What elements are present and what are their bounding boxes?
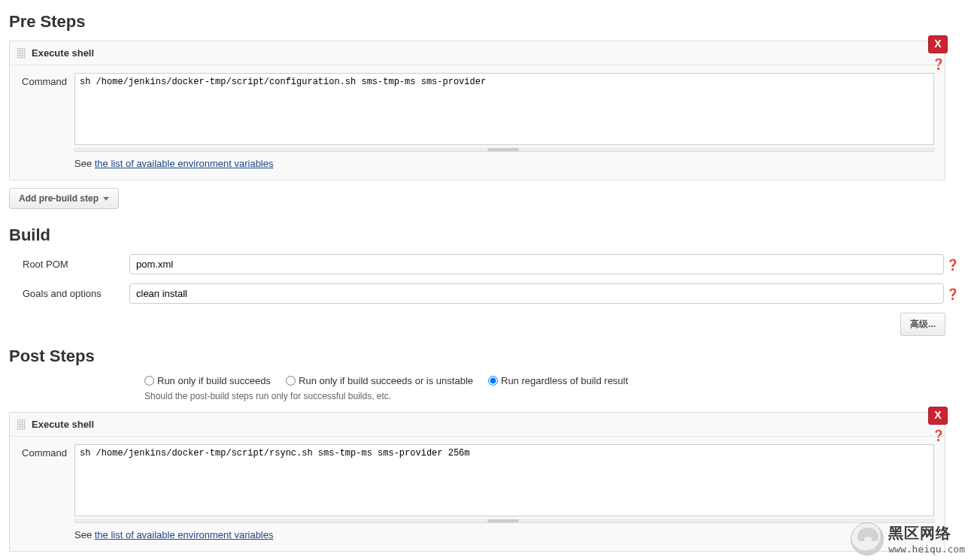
resize-handle[interactable] xyxy=(74,519,934,523)
root-pom-input[interactable] xyxy=(129,254,944,274)
see-prefix: See xyxy=(74,158,95,169)
radio-unstable[interactable]: Run only if build succeeds or is unstabl… xyxy=(286,375,473,386)
shell-step-title: Execute shell xyxy=(32,419,94,430)
advanced-label: 高级... xyxy=(910,318,936,331)
command-label: Command xyxy=(20,444,74,459)
drag-handle-icon[interactable] xyxy=(17,419,26,430)
build-heading: Build xyxy=(9,226,962,245)
resize-handle[interactable] xyxy=(74,147,934,152)
help-icon[interactable]: ❓ xyxy=(946,259,959,271)
radio-regardless[interactable]: Run regardless of build result xyxy=(488,375,628,386)
goals-input[interactable] xyxy=(129,283,944,304)
drag-handle-icon[interactable] xyxy=(17,48,26,59)
post-steps-heading: Post Steps xyxy=(9,347,962,366)
advanced-button[interactable]: 高级... xyxy=(900,313,945,336)
post-steps-hint: Should the post-build steps run only for… xyxy=(9,391,962,401)
add-pre-build-step-button[interactable]: Add pre-build step xyxy=(9,188,119,209)
post-steps-radio-group: Run only if build succeeds Run only if b… xyxy=(144,375,962,386)
radio-succeeds[interactable]: Run only if build succeeds xyxy=(144,375,271,386)
add-pre-build-step-label: Add pre-build step xyxy=(19,193,99,204)
env-vars-link[interactable]: the list of available environment variab… xyxy=(95,529,274,540)
goals-label: Goals and options xyxy=(9,288,129,299)
root-pom-label: Root POM xyxy=(9,259,129,270)
env-vars-link[interactable]: the list of available environment variab… xyxy=(95,158,274,169)
chevron-down-icon xyxy=(103,197,109,201)
post-command-textarea[interactable] xyxy=(74,444,934,516)
see-prefix: See xyxy=(74,529,95,540)
command-label: Command xyxy=(20,73,74,87)
pre-steps-heading: Pre Steps xyxy=(9,12,962,32)
shell-step-title: Execute shell xyxy=(32,47,94,59)
post-steps-shell-panel: X ❓ Execute shell Command See the list o… xyxy=(9,412,945,552)
help-icon[interactable]: ❓ xyxy=(946,288,959,300)
pre-steps-shell-panel: X ❓ Execute shell Command See the list o… xyxy=(9,41,945,180)
pre-command-textarea[interactable] xyxy=(74,73,934,145)
